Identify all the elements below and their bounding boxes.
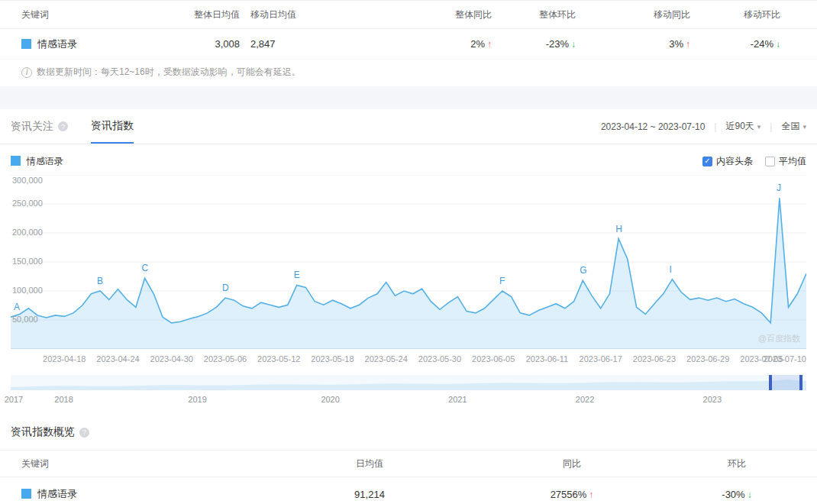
note-text: 数据更新时间：每天12~16时，受数据波动影响，可能会有延迟。 xyxy=(37,66,301,79)
period-label: 近90天 xyxy=(725,120,754,133)
timeline-year-axis: 2017201820192020202120222023 xyxy=(11,392,806,409)
overall-mom-value: -23% xyxy=(546,38,569,50)
chart-controls: 2023-04-12 ~ 2023-07-10 | 近90天▾ | 全国▾ xyxy=(601,120,806,133)
keyword-cell: 情感语录 xyxy=(11,37,176,51)
brush-mini-chart xyxy=(11,375,806,390)
overall-daily-avg-value: 3,008 xyxy=(176,38,244,50)
summary-col-mobile-avg: 移动日均值 xyxy=(244,8,428,21)
overview-col-daily-avg: 日均值 xyxy=(263,457,476,470)
keyword-label: 情感语录 xyxy=(37,488,77,499)
down-arrow-icon: ↓ xyxy=(571,39,576,50)
summary-col-overall-avg: 整体日均值 xyxy=(176,8,244,21)
section-divider xyxy=(0,86,817,109)
trend-card: 资讯关注 ? 资讯指数 2023-04-12 ~ 2023-07-10 | 近9… xyxy=(0,109,817,409)
timeline-brush[interactable] xyxy=(11,375,806,390)
mobile-daily-avg-value: 2,847 xyxy=(244,38,428,50)
tab-news-index[interactable]: 资讯指数 xyxy=(91,109,134,144)
content-headline-toggle[interactable]: ✓内容头条 xyxy=(702,155,753,168)
x-axis-label: 2023-05-12 xyxy=(257,354,300,363)
overview-col-mom: 环比 xyxy=(667,457,806,470)
region-dropdown[interactable]: 全国▾ xyxy=(781,120,806,133)
x-axis-label: 2023-06-23 xyxy=(633,354,676,363)
x-axis-label: 2023-06-11 xyxy=(526,354,568,363)
period-dropdown[interactable]: 近90天▾ xyxy=(725,120,760,133)
down-arrow-icon: ↓ xyxy=(776,39,780,50)
up-arrow-icon: ↑ xyxy=(686,39,690,50)
brush-selection-handles[interactable] xyxy=(769,375,802,390)
overall-mom-cell: -23%↓ xyxy=(496,38,580,50)
timeline-year-label: 2018 xyxy=(54,395,73,404)
overall-yoy-value: 2% xyxy=(470,38,485,50)
legend-row: 情感语录 ✓内容头条 平均值 xyxy=(0,144,817,170)
timeline-year-label: 2017 xyxy=(5,395,23,404)
chart-options: ✓内容头条 平均值 xyxy=(702,155,806,168)
mobile-mom-value: -24% xyxy=(751,38,773,50)
overview-col-keyword: 关键词 xyxy=(11,457,263,470)
x-axis-label: 2023-05-30 xyxy=(418,354,461,363)
overall-yoy-cell: 2%↑ xyxy=(428,38,496,50)
x-axis-label: 2023-05-06 xyxy=(204,354,247,363)
overview-table-row: 情感语录 91,214 27556%↑ -30%↓ xyxy=(0,477,817,504)
mobile-yoy-value: 3% xyxy=(669,38,683,50)
series-legend: 情感语录 xyxy=(11,155,63,168)
summary-col-mobile-mom: 移动环比 xyxy=(695,8,806,21)
checkbox-checked-icon[interactable]: ✓ xyxy=(702,157,712,166)
overview-mom-value: -30% xyxy=(722,489,744,500)
trend-tabbar: 资讯关注 ? 资讯指数 2023-04-12 ~ 2023-07-10 | 近9… xyxy=(0,109,817,144)
checkbox-label: 内容头条 xyxy=(716,155,753,168)
x-axis-label: 2023-05-24 xyxy=(365,354,408,363)
overview-daily-avg-value: 91,214 xyxy=(263,489,476,500)
tab-news-attention[interactable]: 资讯关注 ? xyxy=(11,109,68,144)
overview-title-text: 资讯指数概览 xyxy=(11,425,75,439)
checkbox-unchecked-icon[interactable] xyxy=(765,157,775,166)
mobile-mom-cell: -24%↓ xyxy=(695,38,806,50)
up-arrow-icon: ↑ xyxy=(589,489,593,500)
summary-table-header: 关键词 整体日均值 移动日均值 整体同比 整体环比 移动同比 移动环比 xyxy=(0,0,817,29)
keyword-cell: 情感语录 xyxy=(11,487,263,501)
x-axis-labels: 2023-04-182023-04-242023-04-302023-05-06… xyxy=(11,351,806,369)
news-index-overview-card: 资讯指数概览 ? 关键词 日均值 同比 环比 情感语录 91,214 27556… xyxy=(0,413,817,504)
info-icon: i xyxy=(21,67,32,78)
checkbox-label: 平均值 xyxy=(779,155,806,168)
series-color-swatch xyxy=(11,156,21,166)
tab-label: 资讯关注 xyxy=(11,120,53,134)
summary-col-overall-yoy: 整体同比 xyxy=(428,8,496,21)
date-range-picker[interactable]: 2023-04-12 ~ 2023-07-10 xyxy=(601,121,705,132)
trend-area-chart[interactable] xyxy=(11,175,806,349)
timeline-year-label: 2019 xyxy=(188,395,206,404)
legend-keyword-label: 情感语录 xyxy=(27,156,63,166)
timeline-year-label: 2022 xyxy=(576,395,594,404)
overview-mom-cell: -30%↓ xyxy=(667,489,806,500)
summary-table-row: 情感语录 3,008 2,847 2%↑ -23%↓ 3%↑ -24%↓ xyxy=(0,29,817,60)
summary-col-keyword: 关键词 xyxy=(11,8,176,21)
divider: | xyxy=(714,121,716,132)
series-color-swatch xyxy=(21,489,31,499)
data-update-note: i数据更新时间：每天12~16时，受数据波动影响，可能会有延迟。 xyxy=(0,60,817,86)
x-axis-label: 2023-04-24 xyxy=(96,354,139,363)
trend-chart[interactable]: 50,000100,000150,000200,000250,000300,00… xyxy=(11,175,806,349)
x-axis-label: 2023-04-30 xyxy=(150,354,193,363)
timeline-year-label: 2021 xyxy=(448,395,467,404)
divider: | xyxy=(770,121,772,132)
x-axis-label: 2023-07-10 xyxy=(764,354,806,363)
down-arrow-icon: ↓ xyxy=(748,489,752,500)
region-label: 全国 xyxy=(781,120,799,133)
summary-col-overall-mom: 整体环比 xyxy=(496,8,580,21)
up-arrow-icon: ↑ xyxy=(487,39,492,50)
x-axis-label: 2023-06-05 xyxy=(472,354,515,363)
overview-col-yoy: 同比 xyxy=(476,457,667,470)
help-icon[interactable]: ? xyxy=(58,121,68,131)
overview-yoy-value: 27556% xyxy=(551,489,587,500)
overview-title: 资讯指数概览 ? xyxy=(0,425,817,439)
x-axis-label: 2023-05-18 xyxy=(311,354,354,363)
timeline-year-label: 2020 xyxy=(321,395,339,404)
overview-yoy-cell: 27556%↑ xyxy=(476,489,667,500)
tab-label: 资讯指数 xyxy=(91,119,134,133)
x-axis-label: 2023-06-29 xyxy=(686,354,729,363)
help-icon[interactable]: ? xyxy=(79,428,89,438)
chevron-down-icon: ▾ xyxy=(802,123,806,131)
average-toggle[interactable]: 平均值 xyxy=(765,155,806,168)
x-axis-label: 2023-04-18 xyxy=(43,354,86,363)
keyword-label: 情感语录 xyxy=(37,38,77,50)
timeline-year-label: 2023 xyxy=(703,395,722,404)
